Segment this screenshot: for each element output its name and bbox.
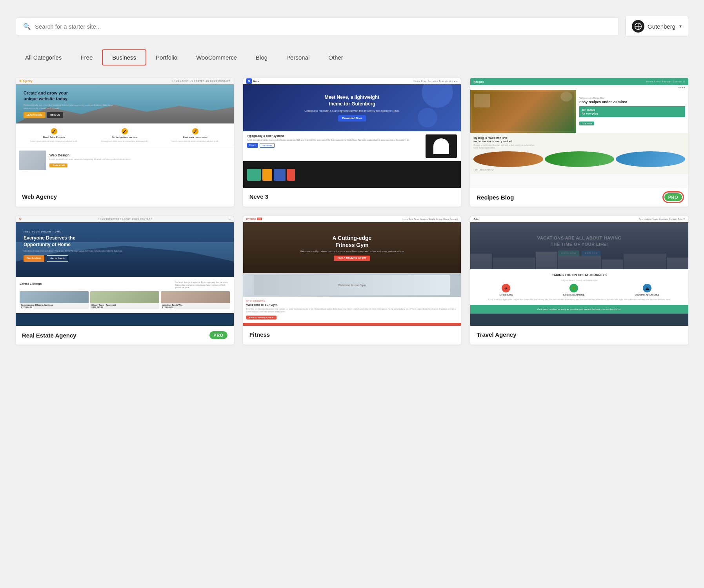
fitness-name: Fitness: [249, 331, 270, 338]
fitness-footer: Fitness: [243, 326, 461, 343]
web-agency-name: Web Agency: [22, 193, 57, 200]
travel-agency-footer: Travel Agency: [470, 326, 688, 343]
web-agency-features: ✓ Fixed Price Projects Lorem ipsum dolor…: [16, 123, 234, 147]
real-estate-name: Real Estate Agency: [22, 332, 76, 339]
search-bar[interactable]: 🔍: [16, 18, 619, 35]
gutenberg-logo: [632, 20, 644, 33]
recipes-blog-pro-badge: PRO: [664, 193, 682, 201]
template-card-fitness[interactable]: FITNESS GYM Home Gym Team Images Single …: [243, 216, 461, 345]
travel-hero: VACATIONS ARE ALL ABOUT HAVINGTHE TIME O…: [470, 222, 688, 269]
real-estate-pro-badge: PRO: [209, 331, 227, 339]
web-agency-footer: Web Agency: [16, 188, 234, 205]
template-card-real-estate[interactable]: 🏠 HOME DIRECTORY ABOUT NEWS CONTACT ☰ FI…: [16, 216, 234, 345]
category-personal[interactable]: Personal: [277, 50, 319, 65]
neve3-hero: Meet Neve, a lightweighttheme for Gutenb…: [243, 84, 461, 131]
neve3-preview: N Neve Home Blog Patterns Typography ♦ ♦…: [243, 78, 461, 188]
fitness-preview: FITNESS GYM Home Gym Team Images Single …: [243, 216, 461, 326]
category-free[interactable]: Free: [71, 50, 102, 65]
template-card-recipes-blog[interactable]: Recipes Home About Recipes Contact ☰ ♦ ♦…: [470, 78, 688, 207]
category-other[interactable]: Other: [319, 50, 353, 65]
category-blog[interactable]: Blog: [246, 50, 277, 65]
categories-row: All Categories Free Business Portfolio W…: [16, 49, 688, 65]
real-estate-hero-text: FIND YOUR DREAM HOME Everyone Deserves t…: [24, 230, 123, 262]
travel-preview: Zolo Tours About Team Sommers Contact Bl…: [470, 216, 688, 326]
neve3-name: Neve 3: [249, 193, 268, 200]
search-row: 🔍 Gutenberg ▾: [16, 16, 688, 37]
template-card-neve3[interactable]: N Neve Home Blog Patterns Typography ♦ ♦…: [243, 78, 461, 207]
web-agency-hero: Create and grow yourunique website today…: [16, 84, 234, 123]
category-all-categories[interactable]: All Categories: [16, 50, 71, 65]
real-estate-footer: Real Estate Agency PRO: [16, 326, 234, 345]
real-estate-listings: Latest Listings Our latest listings at a…: [16, 277, 234, 313]
travel-green-cta: Grab your vacation as early as possible …: [470, 305, 688, 314]
travel-journey-section: TAKING YOU ON GREAT JOURNEYS Put your dr…: [470, 269, 688, 305]
recipes-blog-section: My blog is made with loveand attention t…: [470, 133, 688, 174]
category-portfolio[interactable]: Portfolio: [146, 50, 187, 65]
search-input[interactable]: [35, 23, 611, 30]
template-card-travel-agency[interactable]: Zolo Tours About Team Sommers Contact Bl…: [470, 216, 688, 345]
web-agency-hero-text: Create and grow yourunique website today…: [24, 90, 113, 118]
neve3-hero-text: Meet Neve, a lightweighttheme for Gutenb…: [297, 94, 407, 121]
gutenberg-selector[interactable]: Gutenberg ▾: [625, 16, 688, 37]
fitness-mid: GYM PROGRAM Welcome to our Gym Kyle Bike…: [243, 297, 461, 323]
gutenberg-label: Gutenberg: [648, 23, 675, 30]
recipes-hero-area: Welcome to my Recipe Blog! Easy recipes …: [470, 90, 688, 133]
travel-agency-name: Travel Agency: [477, 331, 516, 338]
recipes-blog-footer: Recipes Blog PRO: [470, 188, 688, 207]
neve3-footer: Neve 3: [243, 188, 461, 205]
category-business[interactable]: Business: [102, 49, 146, 65]
recipes-blog-name: Recipes Blog: [477, 194, 514, 201]
fitness-cta: Why workout here?: [243, 323, 461, 326]
real-estate-preview: 🏠 HOME DIRECTORY ABOUT NEWS CONTACT ☰ FI…: [16, 216, 234, 326]
fitness-gym-image: Welcome to our Gym: [243, 273, 461, 297]
real-estate-hero: FIND YOUR DREAM HOME Everyone Deserves t…: [16, 222, 234, 277]
search-icon: 🔍: [23, 23, 31, 30]
neve3-dark-section: [243, 161, 461, 188]
fitness-hero-text: A Cutting-edgeFitness Gym Welcome to a G…: [292, 234, 412, 261]
category-woocommerce[interactable]: WooCommerce: [187, 50, 246, 65]
web-agency-preview: ↑F Agency HOME ABOUT US PORTFOLIO NEWS C…: [16, 78, 234, 188]
template-card-web-agency[interactable]: ↑F Agency HOME ABOUT US PORTFOLIO NEWS C…: [16, 78, 234, 207]
neve3-typography: Typography & color systems NASS dropped …: [243, 131, 461, 161]
chevron-down-icon: ▾: [679, 24, 682, 29]
web-agency-webdesign-section: Web Design Lorem ipsum dolor sit amet co…: [16, 147, 234, 173]
templates-grid: ↑F Agency HOME ABOUT US PORTFOLIO NEWS C…: [16, 78, 688, 345]
recipes-preview: Recipes Home About Recipes Contact ☰ ♦ ♦…: [470, 78, 688, 188]
fitness-hero: A Cutting-edgeFitness Gym Welcome to a G…: [243, 222, 461, 273]
